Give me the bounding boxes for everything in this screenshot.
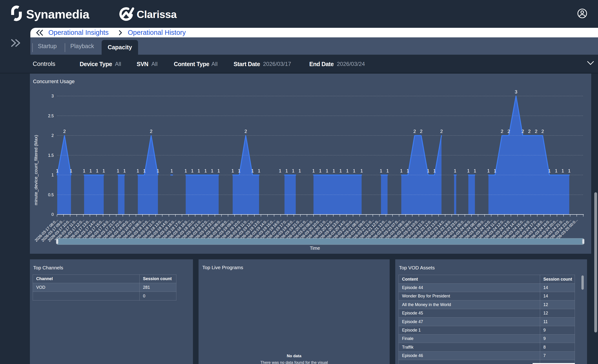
- svg-text:2.5: 2.5: [48, 114, 54, 118]
- svg-text:3: 3: [51, 94, 54, 98]
- svg-text:1: 1: [123, 168, 126, 173]
- svg-text:1: 1: [238, 168, 240, 173]
- svg-text:1: 1: [548, 168, 551, 173]
- svg-text:1: 1: [116, 168, 119, 173]
- svg-text:2: 2: [440, 129, 443, 134]
- svg-text:2: 2: [51, 133, 54, 138]
- svg-text:1: 1: [433, 168, 436, 173]
- svg-text:1: 1: [251, 168, 254, 173]
- svg-text:1: 1: [292, 168, 294, 173]
- svg-text:1: 1: [51, 173, 54, 177]
- svg-text:2: 2: [501, 129, 503, 134]
- svg-text:1: 1: [400, 168, 402, 173]
- svg-text:1: 1: [386, 168, 389, 173]
- svg-text:2: 2: [507, 129, 510, 134]
- svg-text:2: 2: [63, 129, 66, 134]
- svg-text:1: 1: [555, 168, 557, 173]
- svg-text:1: 1: [380, 168, 382, 173]
- svg-text:1: 1: [353, 168, 355, 173]
- svg-text:0.5: 0.5: [48, 192, 54, 197]
- svg-text:1: 1: [136, 168, 139, 173]
- svg-text:3: 3: [515, 89, 517, 94]
- svg-text:1.5: 1.5: [48, 153, 54, 158]
- svg-text:2: 2: [420, 129, 422, 134]
- svg-text:1: 1: [96, 168, 98, 173]
- svg-text:1: 1: [170, 168, 173, 173]
- svg-text:1: 1: [285, 168, 288, 173]
- svg-text:0: 0: [51, 212, 54, 217]
- svg-text:2: 2: [150, 129, 152, 134]
- svg-text:1: 1: [197, 168, 200, 173]
- svg-text:1: 1: [467, 168, 470, 173]
- svg-text:1: 1: [143, 168, 146, 173]
- svg-text:1: 1: [561, 168, 564, 173]
- svg-text:1: 1: [56, 168, 58, 173]
- svg-text:1: 1: [217, 168, 220, 173]
- svg-text:1: 1: [332, 168, 335, 173]
- svg-text:1: 1: [473, 168, 476, 173]
- svg-text:1: 1: [204, 168, 207, 173]
- svg-text:1: 1: [89, 168, 92, 173]
- svg-text:1: 1: [184, 168, 187, 173]
- svg-text:1: 1: [326, 168, 328, 173]
- svg-text:2: 2: [528, 129, 531, 134]
- svg-text:minute_device_count_filtered (: minute_device_count_filtered (Max): [33, 135, 39, 205]
- svg-text:1: 1: [231, 168, 234, 173]
- svg-text:1: 1: [83, 168, 85, 173]
- svg-text:2: 2: [541, 129, 544, 134]
- svg-text:1: 1: [298, 168, 301, 173]
- svg-text:Time: Time: [310, 246, 320, 251]
- svg-text:1: 1: [360, 168, 363, 173]
- svg-text:1: 1: [407, 168, 409, 173]
- svg-text:2: 2: [413, 129, 416, 134]
- svg-text:1: 1: [191, 168, 193, 173]
- svg-text:1: 1: [568, 168, 570, 173]
- svg-text:1: 1: [157, 168, 159, 173]
- svg-text:1: 1: [454, 168, 456, 173]
- svg-text:2: 2: [535, 129, 537, 134]
- svg-text:1: 1: [487, 168, 490, 173]
- svg-text:1: 1: [70, 168, 72, 173]
- svg-text:1: 1: [258, 168, 260, 173]
- svg-text:1: 1: [339, 168, 342, 173]
- svg-text:1: 1: [319, 168, 321, 173]
- svg-text:1: 1: [211, 168, 213, 173]
- svg-text:1: 1: [279, 168, 281, 173]
- svg-text:1: 1: [312, 168, 315, 173]
- svg-text:1: 1: [494, 168, 496, 173]
- svg-text:1: 1: [346, 168, 349, 173]
- svg-text:1: 1: [427, 168, 429, 173]
- svg-text:2: 2: [244, 129, 247, 134]
- svg-text:1: 1: [102, 168, 105, 173]
- svg-text:2: 2: [521, 129, 524, 134]
